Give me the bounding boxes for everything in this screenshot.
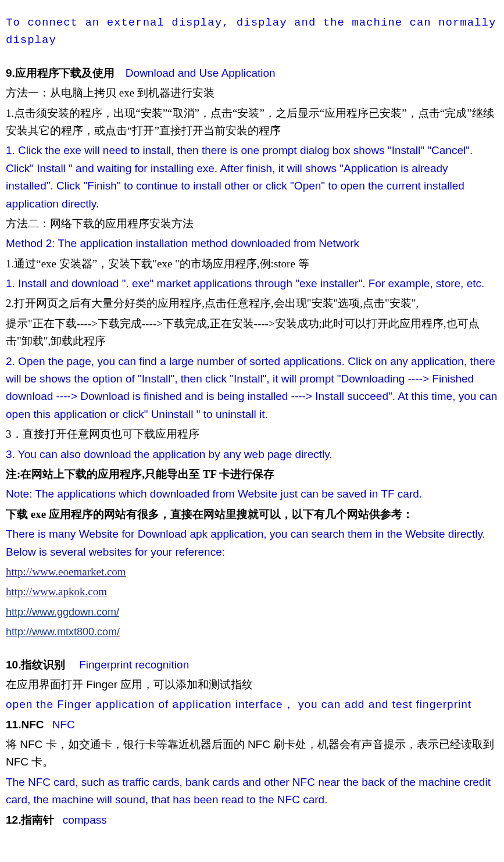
section11-heading-en: NFC [52,718,75,731]
method1-step1-cn: 1.点击须安装的程序，出现“安装”“取消”，点击“安装”，之后显示“应用程序已安… [6,105,498,140]
method2-step2-cn-line2: 提示"正在下载---->下载完成---->下载完成,正在安装---->安装成功;… [6,315,498,350]
method2-step2-en: 2. Open the page, you can find a large n… [6,353,498,424]
section10-heading-cn: 10.指纹识别 [6,659,65,671]
link-eoemarket[interactable]: http://www.eoemarket.com [6,566,126,578]
section10-body-cn: 在应用界面打开 Finger 应用，可以添加和测试指纹 [6,676,498,693]
section10-heading-en: Fingerprint recognition [79,659,189,671]
link-mtxt800[interactable]: http://www.mtxt800.com/ [6,626,120,638]
method1-step1-en: 1. Click the exe will need to install, t… [6,142,498,213]
section9-heading-en: Download and Use Application [126,67,276,79]
method2-en: Method 2: The application installation m… [6,235,498,252]
method2-step2-cn-line1: 2.打开网页之后有大量分好类的应用程序,点击任意程序,会出现"安装"选项,点击"… [6,295,498,312]
note-cn: 注:在网站上下载的应用程序,只能导出至 TF 卡进行保存 [6,466,498,483]
sites-cn: 下载 exe 应用程序的网站有很多，直接在网站里搜就可以，以下有几个网站供参考： [6,506,498,523]
section10-body-en: open the Finger application of applicati… [6,696,498,713]
spacer [6,643,498,654]
top-connect-line: To connect an external display, display … [6,14,498,49]
link-row-2: http://www.apkok.com [6,583,498,600]
method2-step3-cn: 3．直接打开任意网页也可下载应用程序 [6,425,498,443]
link-row-3: http://www.ggdown.com/ [6,603,498,621]
section12-heading: 12.指南针 compass [6,811,498,829]
section9-heading: 9.应用程序下载及使用 Download and Use Application [6,65,498,82]
method2-step1-en: 1. Install and download ". exe" market a… [6,275,498,292]
link-apkok[interactable]: http://www.apkok.com [6,585,107,598]
method2-cn: 方法二：网络下载的应用程序安装方法 [6,215,498,233]
section9-heading-cn: 9.应用程序下载及使用 [6,67,115,79]
link-row-1: http://www.eoemarket.com [6,563,498,581]
section12-heading-en: compass [63,814,107,826]
note-en: Note: The applications which downloaded … [6,485,498,503]
section11-body-cn: 将 NFC 卡，如交通卡，银行卡等靠近机器后面的 NFC 刷卡处，机器会有声音提… [6,736,498,771]
section11-heading-cn: 11.NFC [6,718,44,731]
method2-step1-cn: 1.通过“exe 安装器”，安装下载"exe "的市场应用程序,例:store … [6,255,498,273]
sites-en: There is many Website for Download apk a… [6,525,498,561]
section11-body-en: The NFC card, such as traffic cards, ban… [6,774,498,809]
link-row-4: http://www.mtxt800.com/ [6,623,498,641]
section12-heading-cn: 12.指南针 [6,814,54,826]
spacer [6,52,498,62]
section11-heading: 11.NFC NFC [6,716,498,734]
method1-cn: 方法一：从电脑上拷贝 exe 到机器进行安装 [6,84,498,102]
method2-step3-en: 3. You can also download the application… [6,446,498,463]
section10-heading: 10.指纹识别 Fingerprint recognition [6,656,498,674]
link-ggdown[interactable]: http://www.ggdown.com/ [6,606,119,618]
